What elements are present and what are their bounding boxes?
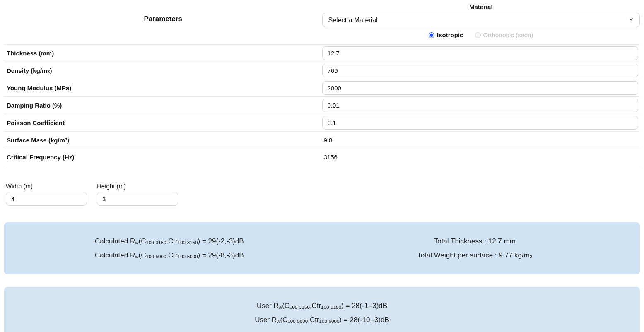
user-rw-3150: User Rw(C100-3150,Ctr100-3150) = 28(-1,-…: [17, 302, 627, 310]
total-thickness: Total Thickness : 12.7 mm: [322, 237, 628, 245]
user-results-card: User Rw(C100-3150,Ctr100-3150) = 28(-1,-…: [4, 287, 640, 332]
calc-rw-3150: Calculated Rw(C100-3150,Ctr100-3150) = 2…: [17, 237, 322, 245]
calculated-results-card: Calculated Rw(C100-3150,Ctr100-3150) = 2…: [4, 222, 640, 274]
width-input[interactable]: [6, 192, 87, 206]
density-input[interactable]: [322, 64, 639, 77]
parameters-title: Parameters: [4, 15, 322, 23]
parameters-table: Thickness (mm) Density (kg/m3) Young Mod…: [4, 44, 640, 166]
density-label: Density (kg/m3): [4, 67, 322, 74]
damping-ratio-input[interactable]: [322, 99, 639, 112]
parameters-header: Parameters Material Select a Material Is…: [4, 3, 640, 39]
height-input[interactable]: [97, 192, 178, 206]
critical-freq-label: Critical Frequency (Hz): [4, 154, 322, 161]
damping-ratio-label: Damping Ratio (%): [4, 102, 322, 109]
poisson-input[interactable]: [322, 116, 639, 130]
critical-freq-value: 3156: [322, 154, 639, 161]
orthotropic-text: Orthotropic (soon): [483, 31, 533, 38]
material-title: Material: [322, 3, 640, 10]
isotropic-radio[interactable]: [429, 32, 434, 38]
surface-mass-value: 9.8: [322, 137, 639, 144]
total-weight: Total Weight per surface : 9.77 kg/m2: [322, 251, 628, 260]
dimensions-row: Width (m) Height (m): [4, 183, 640, 206]
height-label: Height (m): [97, 183, 178, 190]
isotropic-radio-label[interactable]: Isotropic: [429, 31, 463, 38]
young-modulus-label: Young Modulus (MPa): [4, 84, 322, 91]
material-select[interactable]: Select a Material: [322, 13, 640, 27]
isotropic-text: Isotropic: [437, 31, 463, 38]
young-modulus-input[interactable]: [322, 81, 639, 95]
thickness-input[interactable]: [322, 46, 639, 60]
orthotropic-radio: [475, 32, 481, 38]
poisson-label: Poisson Coefficient: [4, 119, 322, 126]
surface-mass-label: Surface Mass (kg/m²): [4, 137, 322, 144]
thickness-label: Thickness (mm): [4, 50, 322, 57]
width-label: Width (m): [6, 183, 87, 190]
calc-rw-5000: Calculated Rw(C100-5000,Ctr100-5000) = 2…: [17, 251, 322, 260]
user-rw-5000: User Rw(C100-5000,Ctr100-5000) = 28(-10,…: [17, 316, 627, 324]
orthotropic-radio-label: Orthotropic (soon): [475, 31, 533, 38]
